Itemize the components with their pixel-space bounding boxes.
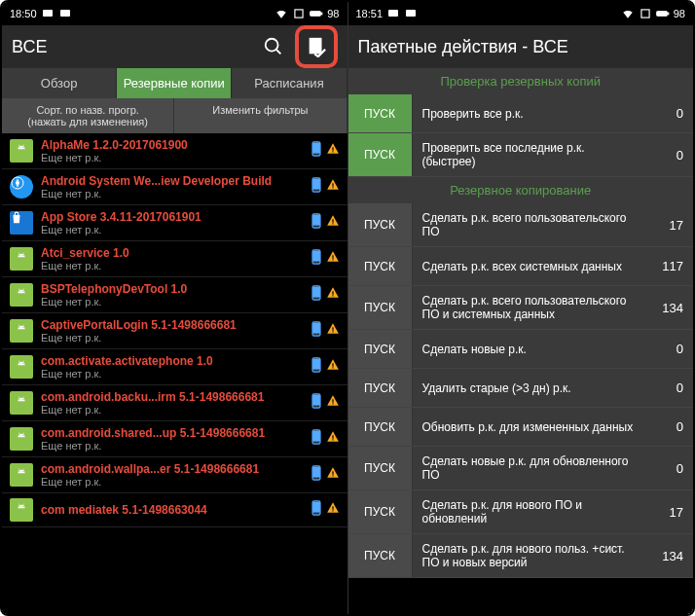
svg-rect-18 [312, 179, 318, 189]
phone-icon [311, 429, 322, 449]
app-item[interactable]: com mediatek 5.1-1498663044 [2, 493, 348, 527]
tab-backups[interactable]: Резервные копии [117, 68, 232, 98]
app-item[interactable]: AlphaMe 1.2.0-2017061900 Еще нет р.к. [2, 133, 348, 169]
action-item[interactable]: ПУСК Проверить все р.к. 0 [348, 94, 694, 133]
app-icon [10, 175, 33, 199]
app-icon [10, 391, 33, 415]
app-text: App Store 3.4.11-2017061901 Еще нет р.к. [41, 210, 311, 236]
run-button[interactable]: ПУСК [348, 133, 413, 176]
svg-point-74 [22, 471, 23, 472]
chat-icon [41, 7, 55, 20]
svg-rect-87 [332, 506, 333, 510]
svg-rect-23 [332, 219, 333, 223]
run-button[interactable]: ПУСК [348, 408, 413, 446]
phone-icon [311, 321, 322, 341]
run-button[interactable]: ПУСК [348, 203, 413, 246]
app-item[interactable]: Atci_service 1.0 Еще нет р.к. [2, 241, 348, 277]
action-label: Сделать р.к. всего пользовательского ПО … [413, 286, 651, 329]
run-button[interactable]: ПУСК [348, 94, 413, 132]
action-count: 134 [650, 534, 693, 577]
warning-icon [326, 466, 340, 484]
run-button[interactable]: ПУСК [348, 447, 413, 489]
app-item[interactable]: CaptivePortalLogin 5.1-1498666681 Еще не… [2, 313, 348, 349]
app-text: CaptivePortalLogin 5.1-1498666681 Еще не… [41, 318, 311, 344]
batch-action-icon[interactable] [303, 33, 330, 60]
search-icon[interactable] [260, 33, 287, 60]
svg-rect-71 [332, 435, 333, 439]
sort-button[interactable]: Сорт. по назв. прогр. (нажать для измене… [2, 98, 174, 133]
section-title: Проверка резервных копий [348, 68, 694, 94]
run-button[interactable]: ПУСК [348, 490, 413, 533]
action-item[interactable]: ПУСК Сделать р.к. всего пользовательског… [348, 286, 694, 330]
action-item[interactable]: ПУСК Сделать р.к. всего пользовательског… [348, 203, 694, 247]
app-item[interactable]: com.android.shared...up 5.1-1498666681 Е… [2, 421, 348, 457]
action-item[interactable]: ПУСК Сделать новые р.к. 0 [348, 330, 694, 369]
app-name: AlphaMe 1.2.0-2017061900 [41, 138, 311, 152]
svg-line-10 [19, 145, 20, 147]
action-count: 117 [650, 247, 693, 285]
run-button[interactable]: ПУСК [348, 330, 413, 368]
svg-line-51 [19, 361, 20, 363]
svg-rect-70 [312, 431, 318, 441]
app-item[interactable]: com.android.backu...irm 5.1-1498666681 Е… [2, 385, 348, 421]
action-label: Сделать р.к. для нового польз. +сист. ПО… [413, 534, 651, 577]
phone-icon [311, 465, 322, 485]
svg-rect-2 [295, 10, 303, 18]
svg-line-75 [19, 469, 20, 471]
svg-rect-0 [43, 10, 53, 17]
app-icon [10, 427, 33, 451]
app-name: Atci_service 1.0 [41, 246, 311, 260]
action-count: 0 [650, 408, 693, 446]
svg-rect-63 [332, 399, 333, 403]
action-item[interactable]: ПУСК Проверить все последние р.к. (быстр… [348, 133, 694, 177]
filter-button[interactable]: Изменить фильтры [174, 98, 347, 133]
action-list[interactable]: Проверка резервных копий ПУСК Проверить … [348, 68, 694, 614]
app-name: BSPTelephonyDevTool 1.0 [41, 282, 311, 296]
action-item[interactable]: ПУСК Сделать р.к. для нового ПО и обновл… [348, 490, 694, 534]
app-item[interactable]: com.activate.activatephone 1.0 Еще нет р… [2, 349, 348, 385]
svg-point-73 [19, 471, 20, 472]
app-list[interactable]: AlphaMe 1.2.0-2017061900 Еще нет р.к. An… [2, 133, 348, 614]
svg-line-36 [23, 289, 24, 291]
app-item[interactable]: BSPTelephonyDevTool 1.0 Еще нет р.к. [2, 277, 348, 313]
svg-rect-4 [321, 13, 322, 15]
svg-line-52 [23, 361, 24, 363]
action-count: 17 [650, 490, 693, 533]
svg-rect-92 [656, 12, 667, 17]
app-indicators [311, 429, 340, 449]
svg-rect-89 [388, 10, 398, 17]
batch-action-highlight [295, 25, 338, 68]
warning-icon [326, 214, 340, 232]
chat-icon [386, 7, 400, 20]
svg-point-66 [22, 435, 23, 436]
action-item[interactable]: ПУСК Сделать р.к. всех системных данных … [348, 247, 694, 286]
app-name: CaptivePortalLogin 5.1-1498666681 [41, 318, 311, 332]
svg-rect-86 [312, 502, 318, 512]
svg-rect-48 [332, 331, 333, 332]
warning-icon [326, 142, 340, 160]
action-item[interactable]: ПУСК Обновить р.к. для измененных данных… [348, 408, 694, 447]
run-button[interactable]: ПУСК [348, 286, 413, 329]
subheader: Сорт. по назв. прогр. (нажать для измене… [2, 98, 348, 133]
app-icon [10, 139, 33, 163]
svg-rect-91 [641, 10, 649, 18]
tab-overview[interactable]: Обзор [2, 68, 117, 98]
app-item[interactable]: com.android.wallpa...er 5.1-1498666681 Е… [2, 457, 348, 493]
run-button[interactable]: ПУСК [348, 534, 413, 577]
app-status: Еще нет р.к. [41, 224, 311, 236]
run-button[interactable]: ПУСК [348, 369, 413, 407]
action-item[interactable]: ПУСК Удалить старые (>3 дн) р.к. 0 [348, 369, 694, 408]
action-item[interactable]: ПУСК Сделать р.к. для нового польз. +сис… [348, 534, 694, 578]
app-status: Еще нет р.к. [41, 188, 311, 199]
run-button[interactable]: ПУСК [348, 247, 413, 285]
app-item[interactable]: App Store 3.4.11-2017061901 Еще нет р.к. [2, 205, 348, 241]
action-item[interactable]: ПУСК Сделать новые р.к. для обновленного… [348, 447, 694, 490]
action-label: Сделать новые р.к. [413, 330, 651, 368]
svg-point-41 [19, 327, 20, 328]
app-item[interactable]: Android System We...iew Developer Build … [2, 169, 348, 205]
tab-schedules[interactable]: Расписания [232, 68, 347, 98]
svg-point-82 [22, 506, 23, 507]
app-status: Еще нет р.к. [41, 260, 311, 272]
app-status: Еще нет р.к. [41, 296, 311, 308]
app-name: com.android.backu...irm 5.1-1498666681 [41, 390, 311, 404]
